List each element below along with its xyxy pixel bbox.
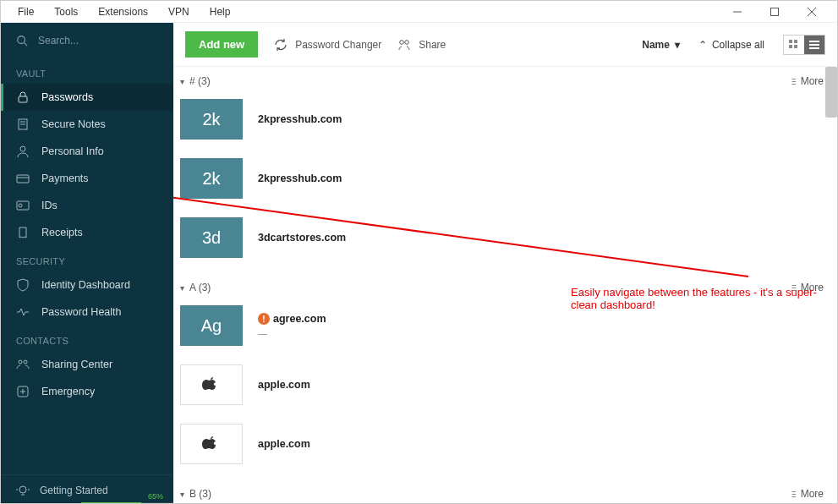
menu-file[interactable]: File — [8, 3, 44, 21]
list-item[interactable]: apple.com — [180, 420, 824, 479]
svg-rect-32 — [809, 47, 819, 49]
getting-started-percent: 65% — [148, 492, 163, 501]
sidebar-item-label: Emergency — [41, 386, 95, 397]
sidebar-item-label: Personal Info — [41, 145, 104, 157]
collapse-all-button[interactable]: ⌃ Collapse all — [698, 39, 764, 51]
search-input[interactable] — [38, 35, 140, 47]
people-icon — [16, 358, 30, 371]
sidebar-item-identity-dashboard[interactable]: Identity Dashboard — [1, 271, 173, 299]
sidebar-item-ids[interactable]: IDs — [1, 192, 173, 219]
filter-icon — [791, 488, 797, 500]
entry-name: apple.com — [258, 379, 310, 391]
group-more-button[interactable]: More — [791, 282, 824, 293]
group-header-hash[interactable]: # (3) More — [180, 70, 824, 92]
sidebar-item-label: Passwords — [41, 91, 93, 103]
collapse-icon: ⌃ — [698, 39, 707, 51]
sidebar-item-secure-notes[interactable]: Secure Notes — [1, 111, 173, 138]
section-vault-label: VAULT — [1, 58, 173, 84]
entry-name: apple.com — [258, 438, 310, 450]
grid-view-button[interactable] — [784, 36, 804, 54]
filter-icon — [791, 282, 797, 293]
entry-name: !agree.com — [258, 313, 326, 326]
list-view-button[interactable] — [804, 36, 824, 54]
chevron-down-icon — [180, 488, 186, 500]
chevron-down-icon: ▾ — [675, 39, 680, 51]
sidebar: VAULT Passwords Secure Notes Personal In… — [1, 23, 173, 504]
minimize-button[interactable] — [719, 1, 756, 22]
menu-vpn[interactable]: VPN — [158, 3, 200, 21]
sidebar-item-label: Password Health — [41, 306, 122, 318]
list-item[interactable]: Ag !agree.com — — [180, 302, 824, 361]
person-icon — [16, 145, 30, 158]
view-toggle — [783, 35, 825, 55]
entry-name: 3dcartstores.com — [258, 232, 346, 244]
list-item[interactable]: 2k 2kpresshub.com — [180, 155, 824, 214]
svg-line-5 — [25, 43, 28, 47]
list-item[interactable]: 3d 3dcartstores.com — [180, 214, 824, 273]
sort-label: Name — [642, 39, 670, 51]
note-icon — [16, 118, 30, 131]
list-item[interactable]: 2k 2kpresshub.com — [180, 96, 824, 155]
menu-help[interactable]: Help — [200, 3, 241, 21]
pulse-icon — [16, 305, 30, 319]
window-controls — [719, 1, 830, 22]
password-changer-label: Password Changer — [295, 39, 381, 51]
sidebar-item-emergency[interactable]: Emergency — [1, 378, 173, 405]
entry-tile: Ag — [180, 305, 243, 346]
entry-tile: 2k — [180, 158, 243, 199]
add-new-button[interactable]: Add new — [185, 31, 258, 58]
card-icon — [16, 172, 30, 185]
sidebar-item-receipts[interactable]: Receipts — [1, 219, 173, 246]
close-button[interactable] — [793, 1, 830, 22]
receipt-icon — [16, 226, 30, 239]
menu-extensions[interactable]: Extensions — [88, 3, 158, 21]
sidebar-item-payments[interactable]: Payments — [1, 165, 173, 192]
search-icon — [16, 35, 28, 47]
chevron-down-icon — [180, 75, 186, 87]
group-header-a[interactable]: A (3) More — [180, 277, 824, 299]
entry-name: 2kpresshub.com — [258, 113, 342, 125]
bulb-icon — [16, 484, 30, 497]
group-header-b[interactable]: B (3) More — [180, 483, 824, 504]
section-security-label: SECURITY — [1, 246, 173, 271]
sidebar-item-label: Identity Dashboard — [41, 279, 130, 291]
maximize-button[interactable] — [756, 1, 793, 22]
svg-point-4 — [18, 36, 25, 44]
shield-icon — [16, 278, 30, 292]
entries-list: # (3) More 2k 2kpresshub.com 2k 2kpressh… — [173, 67, 837, 504]
sidebar-item-label: Sharing Center — [41, 359, 112, 370]
group-label: # (3) — [189, 75, 211, 87]
svg-rect-27 — [794, 40, 797, 43]
refresh-icon — [273, 37, 288, 52]
group-more-button[interactable]: More — [791, 75, 824, 87]
sidebar-item-passwords[interactable]: Passwords — [1, 84, 173, 111]
svg-rect-26 — [789, 40, 792, 43]
entry-name: 2kpresshub.com — [258, 173, 342, 184]
entry-tile: 3d — [180, 217, 243, 258]
plus-icon — [16, 385, 30, 398]
sidebar-item-password-health[interactable]: Password Health — [1, 299, 173, 326]
toolbar: Add new Password Changer Share Name ▾ ⌃ … — [173, 23, 837, 67]
entry-tile — [180, 364, 243, 405]
share-button[interactable]: Share — [397, 37, 446, 52]
lock-icon — [16, 90, 30, 104]
warning-icon: ! — [258, 313, 270, 325]
sidebar-item-personal-info[interactable]: Personal Info — [1, 138, 173, 165]
svg-point-25 — [405, 40, 409, 44]
password-changer-button[interactable]: Password Changer — [273, 37, 381, 52]
svg-point-15 — [19, 360, 22, 364]
entry-subtitle: — — [258, 328, 326, 338]
svg-rect-6 — [19, 96, 27, 102]
svg-rect-28 — [789, 45, 792, 48]
svg-point-20 — [19, 486, 26, 493]
sort-dropdown[interactable]: Name ▾ — [642, 39, 680, 51]
getting-started[interactable]: Getting Started 65% — [1, 474, 173, 504]
group-more-button[interactable]: More — [791, 488, 824, 500]
svg-rect-1 — [771, 8, 779, 15]
svg-point-24 — [400, 40, 404, 44]
menu-tools[interactable]: Tools — [44, 3, 88, 21]
svg-point-16 — [24, 360, 27, 364]
search-bar[interactable] — [1, 23, 173, 58]
sidebar-item-sharing-center[interactable]: Sharing Center — [1, 351, 173, 378]
list-item[interactable]: apple.com — [180, 361, 824, 420]
